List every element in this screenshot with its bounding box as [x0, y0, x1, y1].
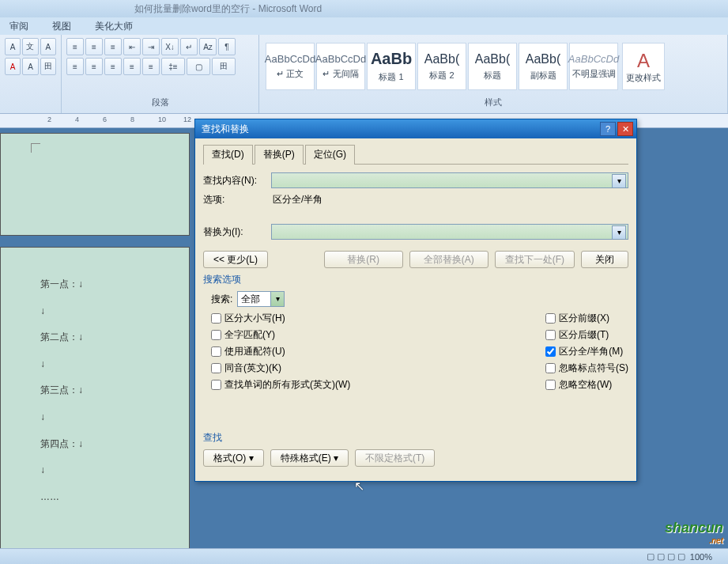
tab-replace[interactable]: 替换(P): [255, 145, 304, 165]
doc-line: 第一点：↓: [40, 271, 173, 298]
view-buttons[interactable]: ▢ ▢ ▢ ▢: [647, 551, 685, 562]
ribbon-group-font: A 文 A A A 田: [0, 35, 62, 113]
menu-review[interactable]: 审阅: [5, 18, 33, 35]
tab-goto[interactable]: 定位(G): [305, 145, 355, 165]
style-subtitle[interactable]: AaBb(副标题: [519, 43, 568, 90]
style-normal[interactable]: AaBbCcDd↵ 正文: [266, 43, 315, 90]
style-heading1[interactable]: AaBb标题 1: [367, 43, 416, 90]
number-list-btn[interactable]: ≡: [85, 38, 103, 55]
para-marks-btn[interactable]: ¶: [218, 38, 236, 55]
chk-sounds-like[interactable]: 同音(英文)(K): [211, 361, 350, 375]
search-direction-label: 搜索:: [211, 293, 232, 306]
style-subtle-emphasis[interactable]: AaBbCcDd不明显强调: [569, 43, 618, 90]
ribbon: A 文 A A A 田 ≡ ≡ ≡ ⇤ ⇥ X↓ ↵ Az ¶: [0, 35, 728, 114]
search-direction-select[interactable]: 全部: [237, 291, 285, 307]
line-spacing-btn[interactable]: ‡≡: [161, 58, 185, 75]
style-heading2[interactable]: AaBb(标题 2: [417, 43, 466, 90]
highlight-btn[interactable]: A: [22, 58, 38, 75]
doc-line: 第三点：↓: [40, 377, 173, 404]
change-style-icon: A: [637, 50, 650, 72]
doc-line: ↓: [40, 351, 173, 378]
doc-line: ↓: [40, 298, 173, 325]
multi-list-btn[interactable]: ≡: [104, 38, 122, 55]
doc-line: ↓: [40, 404, 173, 431]
format-button[interactable]: 格式(O) ▾: [203, 449, 264, 467]
find-content-label: 查找内容(N):: [203, 174, 266, 187]
replace-with-input[interactable]: [271, 224, 628, 240]
less-button[interactable]: << 更少(L): [203, 251, 268, 268]
sort2-btn[interactable]: Az: [199, 38, 217, 55]
find-content-input[interactable]: [271, 172, 628, 188]
find-next-button[interactable]: 查找下一处(F): [495, 251, 575, 268]
doc-line: 第二点：↓: [40, 324, 173, 351]
show-marks-btn[interactable]: ↵: [180, 38, 198, 55]
ribbon-styles-label: 样式: [264, 95, 722, 110]
options-value: 区分全/半角: [271, 193, 323, 206]
align-right-btn[interactable]: ≡: [104, 58, 122, 75]
char-style-btn-1[interactable]: A: [5, 38, 21, 55]
menu-beautify[interactable]: 美化大师: [90, 18, 138, 35]
font-color-btn[interactable]: A: [5, 58, 21, 75]
document-page-2[interactable]: 第一点：↓ ↓ 第二点：↓ ↓ 第三点：↓ ↓ 第四点：↓ ↓ ……: [0, 247, 190, 555]
find-section-label: 查找: [203, 431, 628, 445]
indent-inc-btn[interactable]: ⇥: [142, 38, 160, 55]
align-left-btn[interactable]: ≡: [66, 58, 84, 75]
menu-view[interactable]: 视图: [47, 18, 76, 35]
chk-ignore-space[interactable]: 忽略空格(W): [545, 378, 628, 392]
special-format-button[interactable]: 特殊格式(E) ▾: [270, 449, 349, 467]
ribbon-group-paragraph: ≡ ≡ ≡ ⇤ ⇥ X↓ ↵ Az ¶ ≡ ≡ ≡ ≡ ≡ ‡≡ ▢ 田 段落: [62, 35, 259, 113]
page-corner-mark: [31, 143, 40, 153]
chk-wildcards[interactable]: 使用通配符(U): [211, 345, 350, 358]
dialog-body: 查找(D) 替换(P) 定位(G) 查找内容(N): 选项: 区分全/半角 替换…: [195, 138, 636, 481]
chk-whole-word[interactable]: 全字匹配(Y): [211, 328, 350, 342]
chk-match-case[interactable]: 区分大小写(H): [211, 312, 350, 325]
chk-ignore-punct[interactable]: 忽略标点符号(S): [545, 361, 628, 375]
ribbon-paragraph-label: 段落: [66, 95, 254, 110]
borders-btn[interactable]: 田: [212, 58, 236, 75]
dialog-tabs: 查找(D) 替换(P) 定位(G): [203, 145, 628, 165]
window-title: 如何批量删除word里的空行 - Microsoft Word: [134, 2, 322, 16]
close-button[interactable]: 关闭: [581, 251, 628, 268]
window-title-bar: 如何批量删除word里的空行 - Microsoft Word: [0, 0, 728, 17]
options-label: 选项:: [203, 193, 266, 206]
change-style-button[interactable]: A 更改样式: [622, 43, 665, 90]
replace-with-label: 替换为(I):: [203, 225, 266, 239]
replace-all-button[interactable]: 全部替换(A): [409, 251, 488, 268]
char-style-btn-2[interactable]: 文: [22, 38, 38, 55]
zoom-level[interactable]: 100%: [690, 552, 712, 562]
search-options-label: 搜索选项: [203, 273, 628, 286]
document-page-1[interactable]: [0, 133, 190, 236]
align-dist-btn[interactable]: ≡: [142, 58, 160, 75]
bullet-list-btn[interactable]: ≡: [66, 38, 84, 55]
doc-line: ……: [40, 484, 173, 511]
tab-find[interactable]: 查找(D): [203, 145, 253, 165]
chk-prefix[interactable]: 区分前缀(X): [545, 312, 628, 325]
find-replace-dialog: 查找和替换 ? ✕ 查找(D) 替换(P) 定位(G) 查找内容(N): 选项:…: [194, 119, 637, 482]
watermark: shancun.net: [665, 520, 723, 545]
align-center-btn[interactable]: ≡: [85, 58, 103, 75]
menu-bar: 审阅 视图 美化大师: [0, 17, 728, 35]
styles-gallery: AaBbCcDd↵ 正文 AaBbCcDd↵ 无间隔 AaBb标题 1 AaBb…: [264, 41, 620, 92]
doc-line: ↓: [40, 457, 173, 484]
chk-suffix[interactable]: 区分后缀(T): [545, 328, 628, 342]
indent-dec-btn[interactable]: ⇤: [123, 38, 141, 55]
align-justify-btn[interactable]: ≡: [123, 58, 141, 75]
status-bar: ▢ ▢ ▢ ▢ 100%: [0, 548, 728, 564]
doc-line: 第四点：↓: [40, 431, 173, 458]
char-border-btn[interactable]: 田: [40, 58, 56, 75]
no-format-button[interactable]: 不限定格式(T): [355, 449, 435, 467]
ribbon-group-styles: AaBbCcDd↵ 正文 AaBbCcDd↵ 无间隔 AaBb标题 1 AaBb…: [259, 35, 728, 113]
char-style-btn-3[interactable]: A: [40, 38, 56, 55]
chk-full-half-width[interactable]: 区分全/半角(M): [545, 345, 628, 358]
shading-btn[interactable]: ▢: [187, 58, 210, 75]
replace-button[interactable]: 替换(R): [324, 251, 403, 268]
sort-btn[interactable]: X↓: [161, 38, 179, 55]
ribbon-font-label: [5, 107, 56, 110]
help-button[interactable]: ?: [600, 122, 616, 136]
dialog-title: 查找和替换: [198, 123, 598, 136]
dialog-title-bar[interactable]: 查找和替换 ? ✕: [195, 119, 636, 138]
close-x-button[interactable]: ✕: [617, 122, 633, 136]
style-nospacing[interactable]: AaBbCcDd↵ 无间隔: [316, 43, 365, 90]
style-title[interactable]: AaBb(标题: [468, 43, 517, 90]
chk-word-forms[interactable]: 查找单词的所有形式(英文)(W): [211, 378, 350, 392]
